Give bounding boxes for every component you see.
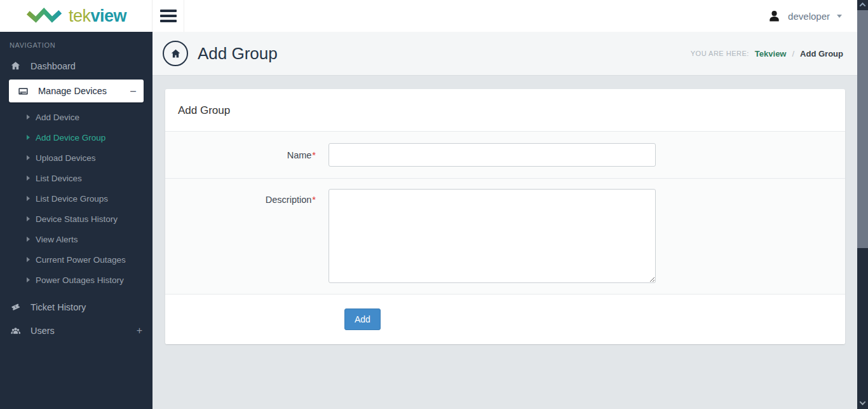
sidebar-item-label: Ticket History [31, 302, 86, 312]
sidebar-nav: Dashboard Manage Devices – Add Device Ad… [0, 54, 153, 343]
caret-right-icon [27, 135, 30, 140]
logo-text-view: view [90, 6, 126, 25]
breadcrumb-separator: / [792, 49, 794, 59]
sidebar-item-ticket-history[interactable]: Ticket History [0, 295, 153, 319]
page-title-wrap: Add Group [163, 41, 278, 66]
sidebar-subitem-list-device-groups[interactable]: List Device Groups [0, 188, 153, 209]
sidebar-toggle-button[interactable] [153, 0, 184, 32]
name-field-row: Name* [165, 131, 845, 178]
sidebar-subitem-upload-devices[interactable]: Upload Devices [0, 148, 153, 168]
add-group-panel: Add Group Name* Description* Add [165, 89, 845, 344]
users-group-icon [10, 326, 21, 336]
chevron-up-icon [860, 3, 866, 9]
description-input[interactable] [329, 189, 656, 283]
sidebar-item-users[interactable]: Users + [0, 319, 153, 343]
caret-right-icon [27, 277, 30, 282]
expand-plus-icon[interactable]: + [137, 325, 142, 336]
caret-right-icon [27, 257, 30, 262]
sidebar-item-label: Users [31, 326, 55, 336]
sidebar-subitem-current-power-outages[interactable]: Current Power Outages [0, 249, 153, 270]
ticket-icon [10, 302, 21, 312]
sidebar-subitem-add-device-group[interactable]: Add Device Group [0, 127, 153, 148]
required-asterisk: * [312, 150, 316, 160]
breadcrumb: YOU ARE HERE: Tekview / Add Group [691, 49, 843, 59]
page-body: Add Group Name* Description* Add [153, 76, 857, 344]
name-field-label: Name* [178, 150, 329, 160]
caret-right-icon [27, 114, 30, 120]
sidebar-subitem-view-alerts[interactable]: View Alerts [0, 229, 153, 249]
user-menu[interactable]: developer [761, 0, 857, 32]
logo-text: tekview [69, 8, 126, 25]
user-name: developer [788, 11, 830, 22]
sidebar-subitem-power-outages-history[interactable]: Power Outages History [0, 270, 153, 290]
caret-right-icon [27, 176, 30, 181]
scroll-up-button[interactable] [857, 0, 868, 10]
caret-right-icon [27, 196, 30, 201]
name-input[interactable] [329, 143, 656, 167]
description-field-label: Description* [178, 189, 329, 205]
caret-right-icon [27, 155, 30, 160]
chevron-down-icon [860, 399, 866, 405]
sidebar-item-label: Manage Devices [38, 86, 107, 96]
sidebar-subitem-add-device[interactable]: Add Device [0, 107, 153, 127]
logo-text-tek: tek [69, 6, 91, 25]
sidebar-subitem-device-status-history[interactable]: Device Status History [0, 209, 153, 229]
hamburger-icon [160, 10, 177, 12]
logo[interactable]: tekview [0, 0, 153, 32]
submit-row: Add [165, 294, 845, 344]
logo-mark-icon [25, 6, 66, 25]
add-button[interactable]: Add [344, 308, 381, 330]
caret-down-icon [837, 15, 842, 18]
sidebar-item-dashboard[interactable]: Dashboard [0, 54, 153, 78]
sidebar-section-label: NAVIGATION [0, 32, 153, 54]
description-field-row: Description* [165, 178, 845, 294]
required-asterisk: * [312, 195, 316, 205]
scroll-down-button[interactable] [857, 398, 868, 408]
devices-card-icon [18, 86, 29, 97]
home-circle-icon[interactable] [163, 41, 188, 66]
sidebar: NAVIGATION Dashboard Manage Devices – Ad… [0, 32, 153, 409]
person-icon [768, 9, 781, 24]
breadcrumb-prefix: YOU ARE HERE: [691, 50, 749, 57]
main-content: Add Group YOU ARE HERE: Tekview / Add Gr… [153, 32, 857, 409]
caret-right-icon [27, 237, 30, 242]
page-header: Add Group YOU ARE HERE: Tekview / Add Gr… [153, 32, 857, 76]
breadcrumb-current: Add Group [800, 49, 843, 59]
collapse-minus-icon[interactable]: – [130, 85, 136, 97]
manage-devices-submenu: Add Device Add Device Group Upload Devic… [0, 104, 153, 295]
page-scrollbar[interactable] [857, 0, 868, 409]
breadcrumb-root-link[interactable]: Tekview [755, 49, 787, 59]
home-icon [10, 60, 21, 71]
sidebar-subitem-list-devices[interactable]: List Devices [0, 168, 153, 188]
top-header: tekview developer [0, 0, 857, 32]
panel-title: Add Group [165, 89, 845, 131]
page-title: Add Group [198, 44, 278, 64]
sidebar-item-manage-devices[interactable]: Manage Devices – [9, 80, 144, 102]
scrollbar-thumb[interactable] [857, 10, 868, 248]
sidebar-item-label: Dashboard [31, 61, 76, 71]
caret-right-icon [27, 216, 30, 221]
